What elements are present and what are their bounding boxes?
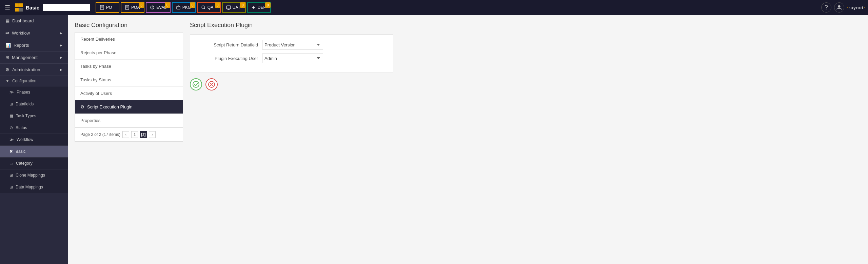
confirm-button[interactable]	[190, 78, 202, 90]
sidebar-item-category[interactable]: ▭ Category	[0, 158, 68, 169]
sidebar-item-management[interactable]: ⊞ Management ▶	[0, 52, 68, 64]
prev-page-button[interactable]: ‹	[122, 131, 129, 138]
sidebar-item-configuration[interactable]: ▼ Configuration	[0, 76, 68, 86]
svg-rect-4	[100, 5, 104, 9]
list-item-label: Script Execution Plugin	[87, 104, 133, 109]
sidebar-item-data-mappings[interactable]: ⊞ Data Mappings	[0, 181, 68, 193]
logo-icon	[14, 3, 24, 12]
svg-point-21	[193, 81, 199, 87]
phase-button-dep[interactable]: DEP0	[247, 2, 271, 13]
data-mappings-icon: ⊞	[9, 185, 13, 189]
list-item-script-execution-plugin[interactable]: ⚙ Script Execution Plugin	[75, 100, 183, 114]
next-page-button[interactable]: ›	[149, 131, 156, 138]
page-2-button[interactable]: [2]	[140, 131, 147, 138]
sidebar-label-task-types: Task Types	[16, 114, 36, 118]
dashboard-icon: ▦	[5, 18, 9, 23]
sidebar-label-dashboard: Dashboard	[12, 18, 34, 23]
sidebar-label-data-mappings: Data Mappings	[16, 185, 43, 189]
sidebar-item-clone-mappings[interactable]: ⊞ Clone Mappings	[0, 169, 68, 181]
chevron-right-icon: ▶	[60, 56, 62, 59]
sidebar-label-phases: Phases	[17, 90, 30, 95]
help-button[interactable]: ?	[821, 2, 831, 13]
sidebar-label-status: Status	[16, 125, 27, 130]
sidebar-item-basic[interactable]: ✖ Basic	[0, 146, 68, 158]
reports-icon: 📊	[5, 43, 11, 48]
chevron-right-icon: ▶	[60, 31, 62, 35]
svg-rect-1	[19, 3, 23, 7]
pagination-text: Page 2 of 2 (17 items)	[80, 132, 120, 137]
chevron-right-icon: ▶	[60, 68, 62, 72]
cancel-button[interactable]	[205, 78, 218, 90]
sidebar-label-workflow-sub: Workflow	[17, 137, 33, 142]
administration-icon: ⚙	[5, 67, 9, 72]
task-types-icon: ▦	[9, 114, 13, 118]
sidebar-label-basic: Basic	[16, 149, 25, 154]
hamburger-icon[interactable]: ☰	[3, 2, 12, 13]
management-icon: ⊞	[5, 55, 9, 60]
list-item-label: Tasks by Status	[80, 77, 111, 82]
script-return-datafield-select[interactable]: Product Version Option 2 Option 3	[262, 40, 323, 49]
list-item-label: Tasks by Phase	[80, 64, 111, 69]
content-area: Basic Configuration Recent Deliveries Re…	[68, 15, 868, 264]
list-item-recent-deliveries[interactable]: Recent Deliveries	[75, 33, 183, 46]
chevron-right-icon: ▶	[60, 43, 62, 47]
sidebar-item-administration[interactable]: ⚙ Administration ▶	[0, 64, 68, 76]
phase-button-eval[interactable]: EVAL0	[146, 2, 171, 13]
topbar-right: ? ·raynet·	[821, 2, 865, 13]
list-item-label: Activity of Users	[80, 91, 112, 96]
main-layout: ▦ Dashboard ⇌ Workflow ▶ 📊 Reports ▶ ⊞ M…	[0, 15, 868, 264]
left-panel-title: Basic Configuration	[75, 22, 183, 29]
plugin-executing-user-select[interactable]: Admin User 1 User 2	[262, 54, 323, 63]
phase-button-uat[interactable]: UAT0	[222, 2, 246, 13]
svg-rect-0	[15, 3, 19, 7]
list-item-tasks-by-phase[interactable]: Tasks by Phase	[75, 60, 183, 73]
sidebar-item-dashboard[interactable]: ▦ Dashboard	[0, 15, 68, 27]
sidebar-item-status[interactable]: ⊙ Status	[0, 122, 68, 134]
plugin-executing-user-label: Plugin Executing User	[197, 56, 258, 61]
sidebar-item-datafields[interactable]: ⊞ Datafields	[0, 98, 68, 110]
svg-rect-3	[19, 8, 23, 12]
list-item-label: Rejects per Phase	[80, 50, 116, 55]
svg-rect-2	[15, 8, 19, 12]
phase-button-pkg[interactable]: PKG0	[172, 2, 196, 13]
phase-button-po[interactable]: PO	[96, 2, 119, 13]
sidebar-label-management: Management	[12, 55, 38, 60]
configuration-list: Recent Deliveries Rejects per Phase Task…	[75, 32, 183, 128]
user-button[interactable]	[834, 2, 844, 13]
form-row-plugin-executing-user: Plugin Executing User Admin User 1 User …	[197, 54, 386, 63]
sidebar-item-workflow-sub[interactable]: ≫ Workflow	[0, 134, 68, 146]
sidebar: ▦ Dashboard ⇌ Workflow ▶ 📊 Reports ▶ ⊞ M…	[0, 15, 68, 264]
form-panel: Script Return Datafield Product Version …	[190, 34, 393, 73]
svg-point-14	[202, 6, 204, 8]
sidebar-item-task-types[interactable]: ▦ Task Types	[0, 110, 68, 122]
workflow-icon: ⇌	[5, 31, 9, 36]
sidebar-item-phases[interactable]: ≫ Phases	[0, 86, 68, 98]
svg-rect-13	[177, 6, 180, 9]
svg-point-12	[152, 8, 153, 8]
datafields-icon: ⊞	[9, 102, 13, 106]
phase-button-poa[interactable]: POA3	[121, 2, 144, 13]
search-input[interactable]	[43, 4, 90, 11]
sidebar-label-clone-mappings: Clone Mappings	[16, 173, 45, 178]
page-1-button[interactable]: 1	[131, 131, 138, 138]
list-item-rejects-per-phase[interactable]: Rejects per Phase	[75, 46, 183, 60]
basic-icon: ✖	[9, 149, 13, 154]
sidebar-label-workflow: Workflow	[12, 31, 30, 36]
list-item-activity-of-users[interactable]: Activity of Users	[75, 87, 183, 100]
list-item-properties[interactable]: Properties	[75, 114, 183, 127]
svg-rect-16	[226, 6, 231, 9]
list-item-label: Recent Deliveries	[80, 37, 115, 42]
right-panel: Script Execution Plugin Script Return Da…	[190, 22, 861, 257]
phases-icon: ≫	[9, 90, 14, 95]
workflow-sub-icon: ≫	[9, 137, 14, 142]
list-item-tasks-by-status[interactable]: Tasks by Status	[75, 73, 183, 87]
sidebar-item-workflow[interactable]: ⇌ Workflow ▶	[0, 27, 68, 39]
topbar: ☰ Basic POPOA3EVAL0PKG0QA0UAT0DEP0 ? ·ra…	[0, 0, 868, 15]
phase-buttons: POPOA3EVAL0PKG0QA0UAT0DEP0	[96, 2, 271, 13]
sidebar-item-reports[interactable]: 📊 Reports ▶	[0, 39, 68, 52]
configuration-icon: ▼	[5, 79, 9, 83]
action-buttons	[190, 78, 861, 90]
phase-button-qa[interactable]: QA0	[197, 2, 221, 13]
script-return-datafield-label: Script Return Datafield	[197, 42, 258, 47]
svg-point-20	[838, 5, 840, 8]
